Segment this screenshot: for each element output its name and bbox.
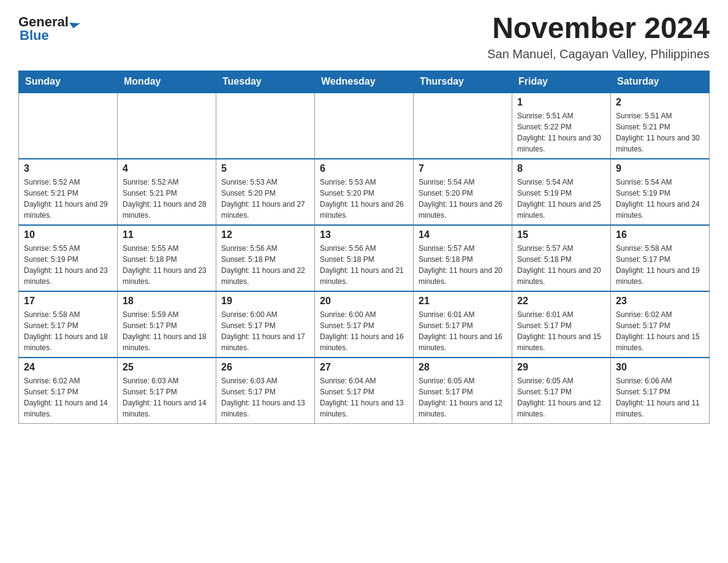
calendar-day-cell: 17Sunrise: 5:58 AM Sunset: 5:17 PM Dayli… [19, 291, 118, 358]
day-number: 14 [419, 229, 507, 240]
page-subtitle: San Manuel, Cagayan Valley, Philippines [487, 47, 710, 61]
calendar-day-header: Friday [512, 71, 611, 93]
calendar-day-cell: 16Sunrise: 5:58 AM Sunset: 5:17 PM Dayli… [611, 225, 710, 291]
calendar-day-cell: 29Sunrise: 6:05 AM Sunset: 5:17 PM Dayli… [512, 358, 611, 424]
day-number: 20 [320, 296, 408, 307]
day-info: Sunrise: 5:56 AM Sunset: 5:18 PM Dayligh… [221, 243, 309, 287]
calendar-day-cell: 4Sunrise: 5:52 AM Sunset: 5:21 PM Daylig… [118, 159, 216, 225]
day-number: 3 [24, 163, 112, 174]
calendar-day-cell: 9Sunrise: 5:54 AM Sunset: 5:19 PM Daylig… [611, 159, 710, 225]
calendar-day-cell: 27Sunrise: 6:04 AM Sunset: 5:17 PM Dayli… [315, 358, 414, 424]
day-info: Sunrise: 6:03 AM Sunset: 5:17 PM Dayligh… [221, 375, 309, 419]
calendar-day-header: Tuesday [216, 71, 315, 93]
page-header: General Blue November 2024 San Manuel, C… [18, 12, 710, 61]
day-number: 4 [123, 163, 211, 174]
calendar-day-cell: 5Sunrise: 5:53 AM Sunset: 5:20 PM Daylig… [216, 159, 315, 225]
day-info: Sunrise: 5:54 AM Sunset: 5:19 PM Dayligh… [517, 177, 605, 221]
calendar-day-cell [216, 93, 315, 159]
day-number: 25 [123, 362, 211, 373]
day-number: 30 [616, 362, 704, 373]
day-number: 10 [24, 229, 112, 240]
day-number: 29 [517, 362, 605, 373]
day-info: Sunrise: 5:52 AM Sunset: 5:21 PM Dayligh… [123, 177, 211, 221]
logo-blue: Blue [18, 28, 49, 43]
day-info: Sunrise: 5:58 AM Sunset: 5:17 PM Dayligh… [24, 309, 112, 353]
day-info: Sunrise: 5:57 AM Sunset: 5:18 PM Dayligh… [517, 243, 605, 287]
calendar-day-cell [414, 93, 512, 159]
calendar-day-cell: 7Sunrise: 5:54 AM Sunset: 5:20 PM Daylig… [414, 159, 512, 225]
calendar-day-cell: 22Sunrise: 6:01 AM Sunset: 5:17 PM Dayli… [512, 291, 611, 358]
calendar-day-cell: 23Sunrise: 6:02 AM Sunset: 5:17 PM Dayli… [611, 291, 710, 358]
day-number: 8 [517, 163, 605, 174]
calendar-day-cell: 11Sunrise: 5:55 AM Sunset: 5:18 PM Dayli… [118, 225, 216, 291]
day-info: Sunrise: 5:54 AM Sunset: 5:19 PM Dayligh… [616, 177, 704, 221]
day-number: 23 [616, 296, 704, 307]
day-info: Sunrise: 6:05 AM Sunset: 5:17 PM Dayligh… [517, 375, 605, 419]
day-info: Sunrise: 5:56 AM Sunset: 5:18 PM Dayligh… [320, 243, 408, 287]
calendar-day-cell [315, 93, 414, 159]
day-info: Sunrise: 5:53 AM Sunset: 5:20 PM Dayligh… [221, 177, 309, 221]
day-number: 28 [419, 362, 507, 373]
calendar-day-cell: 12Sunrise: 5:56 AM Sunset: 5:18 PM Dayli… [216, 225, 315, 291]
day-info: Sunrise: 6:00 AM Sunset: 5:17 PM Dayligh… [221, 309, 309, 353]
calendar-day-header: Wednesday [315, 71, 414, 93]
calendar-day-header: Thursday [414, 71, 512, 93]
calendar-day-cell: 30Sunrise: 6:06 AM Sunset: 5:17 PM Dayli… [611, 358, 710, 424]
day-number: 11 [123, 229, 211, 240]
calendar-day-cell: 19Sunrise: 6:00 AM Sunset: 5:17 PM Dayli… [216, 291, 315, 358]
day-info: Sunrise: 5:52 AM Sunset: 5:21 PM Dayligh… [24, 177, 112, 221]
day-info: Sunrise: 6:00 AM Sunset: 5:17 PM Dayligh… [320, 309, 408, 353]
day-info: Sunrise: 5:58 AM Sunset: 5:17 PM Dayligh… [616, 243, 704, 287]
calendar-week-row: 10Sunrise: 5:55 AM Sunset: 5:19 PM Dayli… [19, 225, 710, 291]
calendar-week-row: 1Sunrise: 5:51 AM Sunset: 5:22 PM Daylig… [19, 93, 710, 159]
calendar-day-cell [19, 93, 118, 159]
day-number: 17 [24, 296, 112, 307]
day-number: 1 [517, 97, 605, 108]
day-info: Sunrise: 5:59 AM Sunset: 5:17 PM Dayligh… [123, 309, 211, 353]
day-number: 21 [419, 296, 507, 307]
day-number: 7 [419, 163, 507, 174]
calendar-week-row: 24Sunrise: 6:02 AM Sunset: 5:17 PM Dayli… [19, 358, 710, 424]
calendar-day-header: Sunday [19, 71, 118, 93]
calendar-day-cell: 25Sunrise: 6:03 AM Sunset: 5:17 PM Dayli… [118, 358, 216, 424]
calendar-day-cell: 28Sunrise: 6:05 AM Sunset: 5:17 PM Dayli… [414, 358, 512, 424]
day-info: Sunrise: 5:51 AM Sunset: 5:21 PM Dayligh… [616, 110, 704, 155]
day-number: 9 [616, 163, 704, 174]
calendar-day-cell: 10Sunrise: 5:55 AM Sunset: 5:19 PM Dayli… [19, 225, 118, 291]
calendar-week-row: 17Sunrise: 5:58 AM Sunset: 5:17 PM Dayli… [19, 291, 710, 358]
calendar-day-cell: 24Sunrise: 6:02 AM Sunset: 5:17 PM Dayli… [19, 358, 118, 424]
calendar-day-cell: 15Sunrise: 5:57 AM Sunset: 5:18 PM Dayli… [512, 225, 611, 291]
day-number: 24 [24, 362, 112, 373]
page-title: November 2024 [487, 12, 710, 45]
day-info: Sunrise: 6:01 AM Sunset: 5:17 PM Dayligh… [419, 309, 507, 353]
calendar-header-row: SundayMondayTuesdayWednesdayThursdayFrid… [19, 71, 710, 93]
logo: General Blue [18, 12, 79, 42]
calendar-day-cell: 20Sunrise: 6:00 AM Sunset: 5:17 PM Dayli… [315, 291, 414, 358]
calendar-week-row: 3Sunrise: 5:52 AM Sunset: 5:21 PM Daylig… [19, 159, 710, 225]
day-info: Sunrise: 5:51 AM Sunset: 5:22 PM Dayligh… [517, 110, 605, 155]
calendar-day-cell: 1Sunrise: 5:51 AM Sunset: 5:22 PM Daylig… [512, 93, 611, 159]
calendar-day-cell: 13Sunrise: 5:56 AM Sunset: 5:18 PM Dayli… [315, 225, 414, 291]
day-info: Sunrise: 5:57 AM Sunset: 5:18 PM Dayligh… [419, 243, 507, 287]
calendar-day-cell: 26Sunrise: 6:03 AM Sunset: 5:17 PM Dayli… [216, 358, 315, 424]
calendar-day-cell: 14Sunrise: 5:57 AM Sunset: 5:18 PM Dayli… [414, 225, 512, 291]
day-number: 15 [517, 229, 605, 240]
calendar-day-cell: 21Sunrise: 6:01 AM Sunset: 5:17 PM Dayli… [414, 291, 512, 358]
day-number: 27 [320, 362, 408, 373]
calendar-day-header: Monday [118, 71, 216, 93]
day-info: Sunrise: 6:02 AM Sunset: 5:17 PM Dayligh… [616, 309, 704, 353]
day-number: 5 [221, 163, 309, 174]
day-info: Sunrise: 5:53 AM Sunset: 5:20 PM Dayligh… [320, 177, 408, 221]
calendar-day-cell: 18Sunrise: 5:59 AM Sunset: 5:17 PM Dayli… [118, 291, 216, 358]
calendar-day-header: Saturday [611, 71, 710, 93]
calendar-day-cell [118, 93, 216, 159]
day-info: Sunrise: 6:03 AM Sunset: 5:17 PM Dayligh… [123, 375, 211, 419]
calendar-day-cell: 3Sunrise: 5:52 AM Sunset: 5:21 PM Daylig… [19, 159, 118, 225]
day-info: Sunrise: 5:54 AM Sunset: 5:20 PM Dayligh… [419, 177, 507, 221]
calendar-day-cell: 2Sunrise: 5:51 AM Sunset: 5:21 PM Daylig… [611, 93, 710, 159]
title-block: November 2024 San Manuel, Cagayan Valley… [487, 12, 710, 61]
day-info: Sunrise: 5:55 AM Sunset: 5:19 PM Dayligh… [24, 243, 112, 287]
calendar-day-cell: 6Sunrise: 5:53 AM Sunset: 5:20 PM Daylig… [315, 159, 414, 225]
day-number: 18 [123, 296, 211, 307]
day-number: 6 [320, 163, 408, 174]
